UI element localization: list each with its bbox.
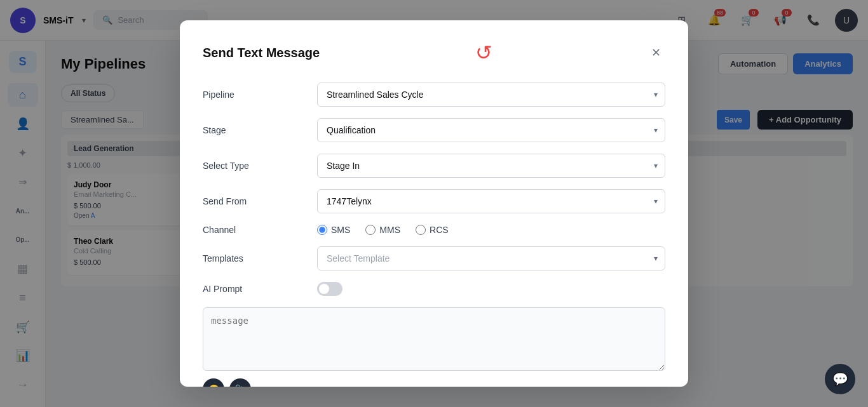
- pipeline-field: Streamlined Sales Cycle ▾: [317, 83, 665, 107]
- rcs-radio-label[interactable]: RCS: [416, 225, 449, 235]
- form-row-select-type: Select Type Stage In ▾: [203, 154, 665, 178]
- form-row-templates: Templates Select Template ▾: [203, 246, 665, 270]
- emoji-icon: 😊: [208, 384, 219, 387]
- send-from-field: 1747Telynx ▾: [317, 189, 665, 213]
- message-textarea[interactable]: [203, 307, 665, 371]
- sms-label: SMS: [331, 225, 350, 235]
- ai-prompt-field-label: AI Prompt: [203, 284, 317, 294]
- templates-field-label: Templates: [203, 253, 317, 264]
- sms-radio-label[interactable]: SMS: [317, 225, 350, 235]
- send-text-message-modal: Send Text Message ↺ ✕ Pipeline Streamlin…: [180, 20, 688, 387]
- mms-label: MMS: [379, 225, 400, 235]
- channel-radio-group: SMS MMS RCS: [317, 225, 665, 235]
- bottom-icons: 😊 📎: [203, 378, 665, 387]
- sms-radio[interactable]: [317, 225, 327, 235]
- ai-prompt-toggle-thumb: [319, 284, 329, 294]
- form-row-ai-prompt: AI Prompt: [203, 282, 665, 296]
- send-from-field-label: Send From: [203, 196, 317, 206]
- ai-prompt-toggle[interactable]: [317, 282, 342, 296]
- chat-fab[interactable]: 💬: [825, 364, 855, 394]
- modal-logo: ↺: [475, 41, 492, 65]
- ai-prompt-field: [317, 282, 665, 296]
- send-from-select[interactable]: 1747Telynx: [317, 189, 665, 213]
- rcs-label: RCS: [430, 225, 449, 235]
- pipeline-field-label: Pipeline: [203, 90, 317, 100]
- emoji-icon-btn[interactable]: 😊: [203, 378, 224, 387]
- mms-radio-label[interactable]: MMS: [365, 225, 400, 235]
- rcs-radio[interactable]: [416, 225, 426, 235]
- modal-header: Send Text Message ↺ ✕: [203, 41, 665, 65]
- chat-icon: 💬: [832, 371, 848, 387]
- attachment-icon-btn[interactable]: 📎: [229, 378, 251, 387]
- templates-select[interactable]: Select Template: [317, 246, 665, 270]
- select-type-field: Stage In ▾: [317, 154, 665, 178]
- select-type-select[interactable]: Stage In: [317, 154, 665, 178]
- form-row-send-from: Send From 1747Telynx ▾: [203, 189, 665, 213]
- modal-title: Send Text Message: [203, 46, 320, 60]
- stage-field: Qualification ▾: [317, 118, 665, 142]
- templates-field: Select Template ▾: [317, 246, 665, 270]
- channel-field: SMS MMS RCS: [317, 225, 665, 235]
- attachment-icon: 📎: [235, 384, 246, 387]
- mms-radio[interactable]: [365, 225, 376, 235]
- stage-select[interactable]: Qualification: [317, 118, 665, 142]
- form-row-pipeline: Pipeline Streamlined Sales Cycle ▾: [203, 83, 665, 107]
- channel-field-label: Channel: [203, 225, 317, 235]
- form-row-stage: Stage Qualification ▾: [203, 118, 665, 142]
- select-type-field-label: Select Type: [203, 161, 317, 171]
- modal-overlay[interactable]: Send Text Message ↺ ✕ Pipeline Streamlin…: [0, 0, 868, 407]
- form-row-channel: Channel SMS MMS RCS: [203, 225, 665, 235]
- pipeline-select[interactable]: Streamlined Sales Cycle: [317, 83, 665, 107]
- stage-field-label: Stage: [203, 125, 317, 135]
- modal-close-button[interactable]: ✕: [648, 44, 665, 62]
